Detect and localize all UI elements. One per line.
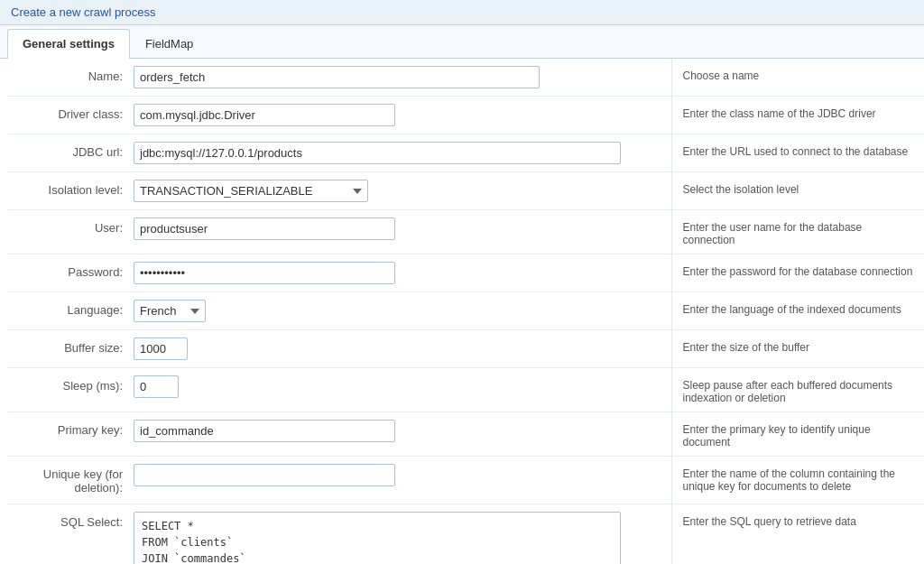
isolation-level-select[interactable]: TRANSACTION_NONE TRANSACTION_READ_UNCOMM… <box>134 180 368 202</box>
sql-select-label: SQL Select: <box>7 504 134 565</box>
buffer-size-input[interactable] <box>134 337 188 360</box>
primary-key-help: Enter the primary key to identify unique… <box>671 412 924 457</box>
form-content: Name: Choose a name Driver class: Enter … <box>0 59 924 564</box>
driver-class-input[interactable] <box>134 104 395 126</box>
primary-key-label: Primary key: <box>7 412 134 457</box>
jdbc-url-row: JDBC url: Enter the URL used to connect … <box>7 134 924 172</box>
jdbc-url-input[interactable] <box>134 142 621 164</box>
name-input[interactable] <box>134 66 540 88</box>
sleep-label: Sleep (ms): <box>7 368 134 412</box>
password-input[interactable] <box>134 262 395 284</box>
user-input[interactable] <box>134 217 395 240</box>
language-label: Language: <box>7 292 134 330</box>
sleep-help: Sleep pause after each buffered document… <box>671 368 924 412</box>
isolation-level-help: Select the isolation level <box>671 172 924 210</box>
language-select[interactable]: English French German Spanish <box>134 300 206 322</box>
jdbc-url-label: JDBC url: <box>7 134 134 172</box>
jdbc-url-input-cell <box>134 134 671 172</box>
jdbc-url-help: Enter the URL used to connect to the dat… <box>671 134 924 172</box>
sleep-input[interactable] <box>134 375 179 398</box>
buffer-size-input-cell <box>134 330 671 368</box>
sleep-input-cell <box>134 368 671 412</box>
user-row: User: Enter the user name for the databa… <box>7 210 924 254</box>
unique-key-help: Enter the name of the column containing … <box>671 457 924 504</box>
driver-class-label: Driver class: <box>7 97 134 134</box>
settings-table: Name: Choose a name Driver class: Enter … <box>7 59 924 564</box>
top-bar-link[interactable]: Create a new crawl process <box>11 5 155 19</box>
buffer-size-row: Buffer size: Enter the size of the buffe… <box>7 330 924 368</box>
name-input-cell <box>134 59 671 97</box>
user-input-cell <box>134 210 671 254</box>
primary-key-row: Primary key: Enter the primary key to id… <box>7 412 924 457</box>
tabs-container: General settings FieldMap <box>0 25 924 59</box>
isolation-level-label: Isolation level: <box>7 172 134 210</box>
primary-key-input-cell <box>134 412 671 457</box>
language-help: Enter the language of the indexed docume… <box>671 292 924 330</box>
user-help: Enter the user name for the database con… <box>671 210 924 254</box>
tab-fieldmap[interactable]: FieldMap <box>130 29 208 58</box>
sql-select-textarea[interactable] <box>134 512 621 564</box>
driver-class-input-cell <box>134 97 671 134</box>
driver-class-help: Enter the class name of the JDBC driver <box>671 97 924 134</box>
sql-select-input-cell <box>134 504 671 565</box>
isolation-level-row: Isolation level: TRANSACTION_NONE TRANSA… <box>7 172 924 210</box>
password-label: Password: <box>7 254 134 292</box>
driver-class-row: Driver class: Enter the class name of th… <box>7 97 924 134</box>
password-input-cell <box>134 254 671 292</box>
sql-select-row: SQL Select: Enter the SQL query to retri… <box>7 504 924 565</box>
unique-key-row: Unique key (for deletion): Enter the nam… <box>7 457 924 504</box>
unique-key-input[interactable] <box>134 464 395 486</box>
buffer-size-help: Enter the size of the buffer <box>671 330 924 368</box>
buffer-size-label: Buffer size: <box>7 330 134 368</box>
password-help: Enter the password for the database conn… <box>671 254 924 292</box>
unique-key-input-cell <box>134 457 671 504</box>
name-row: Name: Choose a name <box>7 59 924 97</box>
primary-key-input[interactable] <box>134 420 395 442</box>
tab-general-settings[interactable]: General settings <box>7 29 130 59</box>
unique-key-label: Unique key (for deletion): <box>7 457 134 504</box>
password-row: Password: Enter the password for the dat… <box>7 254 924 292</box>
isolation-level-input-cell: TRANSACTION_NONE TRANSACTION_READ_UNCOMM… <box>134 172 671 210</box>
sql-select-help: Enter the SQL query to retrieve data <box>671 504 924 565</box>
name-label: Name: <box>7 59 134 97</box>
user-label: User: <box>7 210 134 254</box>
name-help: Choose a name <box>671 59 924 97</box>
sleep-row: Sleep (ms): Sleep pause after each buffe… <box>7 368 924 412</box>
top-bar: Create a new crawl process <box>0 0 924 25</box>
language-row: Language: English French German Spanish … <box>7 292 924 330</box>
language-input-cell: English French German Spanish <box>134 292 671 330</box>
